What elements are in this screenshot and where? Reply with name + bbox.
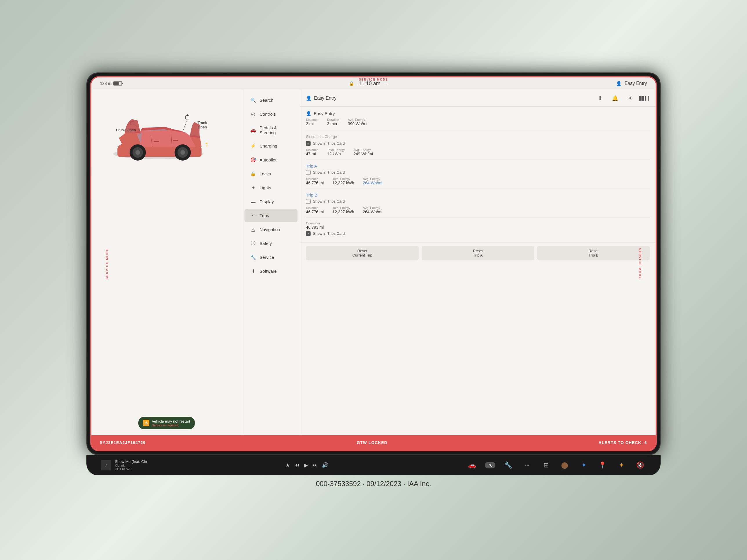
slc-distance-label: Distance: [306, 148, 318, 152]
speed-display: 76: [485, 462, 495, 469]
slc-checkbox-label: Show in Trips Card: [313, 141, 345, 145]
bluetooth-icon[interactable]: ✦: [578, 459, 590, 471]
since-last-charge-title: Since Last Charge: [306, 134, 650, 139]
settings-menu: 🔍 Search ◎ Controls 🚗 Pedals & Steering …: [242, 90, 300, 435]
frunk-status-label: Frunk Open: [116, 128, 136, 132]
lights-icon: ✦: [250, 185, 256, 191]
trip-a-section: Trip A Show in Trips Card Distance 46,77…: [306, 163, 650, 185]
trip-b-distance-value: 46,776 mi: [306, 210, 324, 214]
warning-icon: ⚠: [143, 420, 149, 426]
wrench-icon[interactable]: 🔧: [503, 459, 514, 471]
menu-controls-label: Controls: [260, 112, 276, 116]
duration-value: 3 min: [327, 122, 339, 126]
trip-a-energy-value: 12,327 kWh: [332, 181, 354, 185]
slc-energy-label: Total Energy: [327, 148, 345, 152]
menu-item-pedals[interactable]: 🚗 Pedals & Steering: [244, 122, 298, 139]
svg-point-10: [135, 150, 140, 155]
menu-item-navigation[interactable]: △ Navigation: [244, 223, 298, 236]
music-source: HD1 KPWR: [115, 467, 147, 471]
trip-a-title[interactable]: Trip A: [306, 163, 650, 168]
alert-bar: 5YJ3E1EA2JF164729 GTW LOCKED ALERTS TO C…: [91, 435, 656, 450]
next-track-icon[interactable]: ⏭: [312, 462, 317, 468]
duration-label: Duration: [327, 118, 339, 122]
menu-item-display[interactable]: ▬ Display: [244, 195, 298, 208]
easy-entry-title: Easy Entry: [314, 96, 336, 101]
status-bar: SERVICE MODE 138 mi 🔒 11:10 am --- 👤 Eas…: [91, 77, 656, 90]
warning-title: Vehicle may not restart: [152, 419, 190, 424]
trip-a-checkbox-label: Show in Trips Card: [313, 170, 345, 175]
more-options-icon[interactable]: •••: [521, 459, 533, 471]
menu-item-safety[interactable]: ⓘ Safety: [244, 237, 298, 250]
trip-a-avg-label: Avg. Energy: [363, 177, 382, 181]
reset-trip-b-button[interactable]: ResetTrip B: [537, 246, 650, 260]
bell-icon: 🔔: [611, 94, 620, 103]
warning-badge: ⚠ Vehicle may not restart Service is req…: [138, 417, 195, 429]
menu-search-label: Search: [260, 98, 274, 103]
slc-checkbox[interactable]: ✓: [306, 141, 311, 146]
grid-icon[interactable]: ⊞: [540, 459, 552, 471]
slc-avg-label: Avg. Energy: [354, 148, 373, 152]
menu-locks-label: Locks: [260, 171, 271, 176]
menu-item-autopilot[interactable]: 🎯 Autopilot: [244, 153, 298, 167]
brightness-icon: ☀: [625, 94, 635, 103]
menu-item-charging[interactable]: ⚡ Charging: [244, 139, 298, 153]
trip-b-distance-label: Distance: [306, 206, 324, 210]
menu-item-lights[interactable]: ✦ Lights: [244, 181, 298, 194]
car-visualization: ⚡: [97, 96, 236, 411]
menu-item-controls[interactable]: ◎ Controls: [244, 108, 298, 121]
menu-charging-label: Charging: [260, 143, 277, 149]
volume-mute-icon[interactable]: 🔇: [635, 459, 646, 471]
trip-a-distance-value: 46,776 mi: [306, 181, 324, 185]
speaker-icon[interactable]: 🔊: [322, 462, 328, 469]
menu-item-trips[interactable]: 〰 Trips: [244, 209, 298, 222]
trip-b-title[interactable]: Trip B: [306, 192, 650, 197]
reset-buttons: ResetCurrent Trip ResetTrip A ResetTrip …: [300, 243, 656, 263]
odometer-checkbox-label: Show in Trips Card: [313, 231, 345, 236]
service-mode-top: SERVICE MODE: [359, 78, 388, 81]
menu-service-label: Service: [260, 255, 274, 260]
trip-b-avg-value: 264 Wh/mi: [363, 210, 382, 214]
trip-b-energy-value: 12,327 kWh: [332, 210, 354, 214]
odometer-checkbox[interactable]: ✓: [306, 231, 311, 236]
car-icon[interactable]: 🚗: [466, 459, 478, 471]
pedals-icon: 🚗: [250, 127, 256, 133]
play-icon[interactable]: ▶: [304, 462, 308, 469]
distance-value: 2 mi: [306, 122, 318, 126]
apps-icon[interactable]: ✦: [616, 459, 627, 471]
star-icon[interactable]: ★: [285, 462, 290, 469]
gtw-status: GTW LOCKED: [357, 440, 387, 445]
map-pin-icon[interactable]: 📍: [597, 459, 609, 471]
reset-trip-a-button[interactable]: ResetTrip A: [422, 246, 535, 260]
trip-a-avg-value: 264 Wh/mi: [363, 181, 382, 185]
profile-name: Easy Entry: [625, 81, 647, 86]
menu-software-label: Software: [260, 269, 277, 274]
menu-safety-label: Safety: [260, 241, 272, 246]
trips-header: 👤 Easy Entry ⬇ 🔔 ☀ ▉▋▍▎: [300, 90, 656, 107]
prev-track-icon[interactable]: ⏮: [294, 462, 300, 468]
reset-current-label: ResetCurrent Trip: [352, 249, 372, 258]
menu-display-label: Display: [260, 199, 274, 204]
menu-item-search[interactable]: 🔍 Search: [244, 94, 298, 107]
music-player: ♪ Show Me (feat. Chr Kid Ink HD1 KPWR: [101, 459, 147, 471]
warning-subtitle: Service is required: [152, 424, 190, 427]
trip-a-checkbox[interactable]: [306, 170, 311, 175]
since-last-charge-section: Since Last Charge ✓ Show in Trips Card D…: [306, 134, 650, 156]
slc-avg-value: 249 Wh/mi: [354, 152, 373, 156]
display-icon: ▬: [250, 199, 256, 205]
trip-b-checkbox[interactable]: [306, 199, 311, 204]
menu-item-locks[interactable]: 🔒 Locks: [244, 167, 298, 181]
user-icon: 👤: [616, 81, 622, 86]
menu-item-service[interactable]: 🔧 Service: [244, 251, 298, 264]
trip-b-section: Trip B Show in Trips Card Distance 46,77…: [306, 192, 650, 214]
charging-icon: ⚡: [250, 143, 256, 149]
trip-a-distance-label: Distance: [306, 177, 324, 181]
menu-pedals-label: Pedals & Steering: [260, 125, 292, 135]
reset-current-trip-button[interactable]: ResetCurrent Trip: [306, 246, 419, 260]
odometer-value: 46,793 mi: [306, 225, 324, 230]
media-icon[interactable]: ⬤: [559, 459, 571, 471]
alerts-count: ALERTS TO CHECK: 6: [598, 440, 647, 445]
trip-b-checkbox-label: Show in Trips Card: [313, 199, 345, 204]
autopilot-icon: 🎯: [250, 157, 256, 163]
menu-item-software[interactable]: ⬇ Software: [244, 265, 298, 278]
menu-lights-label: Lights: [260, 185, 271, 190]
